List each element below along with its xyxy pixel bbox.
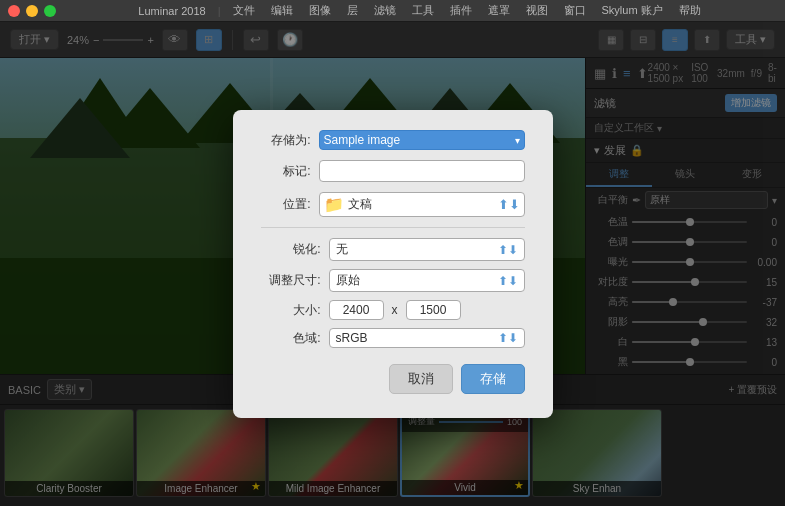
width-input[interactable] [329,300,384,320]
save-as-value: Sample image [324,133,511,147]
location-arrow-icon: ⬆⬇ [498,197,520,212]
location-row: 位置: 📁 文稿 ⬆⬇ [261,192,525,217]
location-label: 位置: [261,196,311,213]
save-as-arrow-icon: ▾ [515,135,520,146]
menu-tool[interactable]: 工具 [408,3,438,18]
save-as-select[interactable]: Sample image ▾ [319,130,525,150]
resize-label: 调整尺寸: [261,272,321,289]
color-value: sRGB [336,331,494,345]
sharpening-value: 无 [336,241,494,258]
cancel-button[interactable]: 取消 [389,364,453,394]
menu-help[interactable]: 帮助 [675,3,705,18]
location-value: 文稿 [348,196,494,213]
menu-file[interactable]: 文件 [229,3,259,18]
color-label: 色域: [261,330,321,347]
save-as-row: 存储为: Sample image ▾ [261,130,525,150]
dialog-buttons: 取消 存储 [261,364,525,394]
tag-row: 标记: [261,160,525,182]
menu-image[interactable]: 图像 [305,3,335,18]
resize-value: 原始 [336,272,494,289]
menu-skylum[interactable]: Skylum 账户 [598,3,667,18]
menu-bar: Luminar 2018 | 文件 编辑 图像 层 滤镜 工具 插件 遮罩 视图… [62,3,777,18]
menu-edit[interactable]: 编辑 [267,3,297,18]
menu-plugin[interactable]: 插件 [446,3,476,18]
color-select[interactable]: sRGB ⬆⬇ [329,328,525,348]
menu-filter[interactable]: 滤镜 [370,3,400,18]
sharpening-select[interactable]: 无 ⬆⬇ [329,238,525,261]
save-as-label: 存储为: [261,132,311,149]
sharpening-arrow-icon: ⬆⬇ [498,243,518,257]
size-row: 大小: x [261,300,525,320]
size-label: 大小: [261,302,321,319]
location-select[interactable]: 📁 文稿 ⬆⬇ [319,192,525,217]
menu-mask[interactable]: 遮罩 [484,3,514,18]
save-dialog: 存储为: Sample image ▾ 标记: 位置: 📁 文稿 ⬆⬇ 锐化: [233,110,553,418]
sharpening-row: 锐化: 无 ⬆⬇ [261,238,525,261]
sharpening-label: 锐化: [261,241,321,258]
maximize-button[interactable] [44,5,56,17]
tag-label: 标记: [261,163,311,180]
save-button[interactable]: 存储 [461,364,525,394]
height-input[interactable] [406,300,461,320]
resize-arrow-icon: ⬆⬇ [498,274,518,288]
menu-window[interactable]: 窗口 [560,3,590,18]
color-space-row: 色域: sRGB ⬆⬇ [261,328,525,348]
dialog-divider [261,227,525,228]
titlebar: Luminar 2018 | 文件 编辑 图像 层 滤镜 工具 插件 遮罩 视图… [0,0,785,22]
tag-input[interactable] [319,160,525,182]
size-x-separator: x [392,303,398,317]
dialog-overlay: 存储为: Sample image ▾ 标记: 位置: 📁 文稿 ⬆⬇ 锐化: [0,22,785,506]
color-arrow-icon: ⬆⬇ [498,331,518,345]
close-button[interactable] [8,5,20,17]
minimize-button[interactable] [26,5,38,17]
resize-select[interactable]: 原始 ⬆⬇ [329,269,525,292]
menu-view[interactable]: 视图 [522,3,552,18]
folder-icon: 📁 [324,195,344,214]
menu-layer[interactable]: 层 [343,3,362,18]
resize-row: 调整尺寸: 原始 ⬆⬇ [261,269,525,292]
app-name: Luminar 2018 [134,5,209,17]
